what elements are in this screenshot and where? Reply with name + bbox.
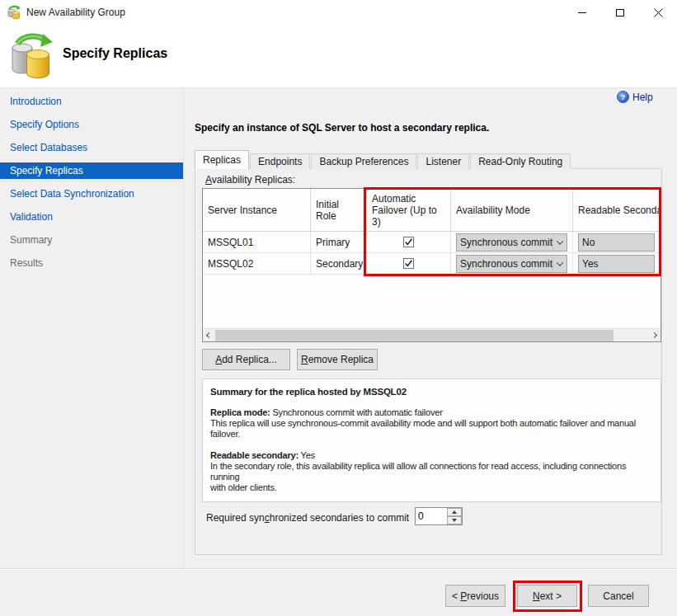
sidebar-item-specify-replicas[interactable]: Specify Replicas [0,162,183,179]
replica-summary-box: Summary for the replica hosted by MSSQL0… [202,379,661,502]
readable-secondary-dropdown[interactable]: Yes [578,255,655,273]
checkmark-icon [404,237,413,247]
tab-backup-preferences[interactable]: Backup Preferences [311,153,416,169]
window-title: New Availability Group [26,7,125,18]
scrollbar-thumb[interactable] [215,330,614,341]
replica-databases-icon [8,31,54,79]
sidebar-item-results: Results [0,255,183,271]
scroll-right-button[interactable] [648,329,661,342]
sidebar-item-specify-options[interactable]: Specify Options [0,116,183,133]
cancel-button[interactable]: Cancel [588,585,649,607]
tab-read-only-routing[interactable]: Read-Only Routing [470,153,571,169]
chevron-left-icon [206,332,212,338]
help-icon: ? [617,91,629,103]
required-secondaries-label: Required synchronized secondaries to com… [206,512,409,524]
readable-secondary-dropdown[interactable]: No [578,233,655,252]
sidebar-item-summary: Summary [0,232,183,248]
minimize-icon [578,12,586,13]
replica-mode-desc: failover. [210,429,653,440]
initial-role-cell: Primary [311,232,367,253]
automatic-failover-checkbox[interactable] [403,237,414,247]
availability-mode-dropdown[interactable]: Synchronous commit [456,233,567,252]
remove-replica-button[interactable]: Remove Replica [297,349,378,370]
automatic-failover-checkbox[interactable] [403,258,414,269]
app-icon [7,5,21,20]
help-label: Help [632,92,653,103]
chevron-right-icon [651,332,657,338]
previous-button[interactable]: < Previous [445,585,505,607]
column-header-availability-mode: Availability Mode [451,189,573,232]
initial-role-cell: Secondary [311,253,367,275]
page-title: Specify Replicas [63,46,167,61]
sidebar-item-select-data-synchronization[interactable]: Select Data Synchronization [0,186,183,202]
tab-endpoints[interactable]: Endpoints [250,153,310,169]
availability-mode-cell: Synchronous commit [451,253,573,275]
replica-mode-line: Replica mode: Synchronous commit with au… [210,407,653,418]
availability-replicas-grid: Server Instance Initial Role Automatic F… [202,188,661,342]
scroll-left-button[interactable] [203,329,215,342]
horizontal-scrollbar[interactable] [203,328,661,341]
svg-text:?: ? [621,92,626,101]
column-header-automatic-failover: Automatic Failover (Up to 3) [367,189,451,232]
spinner-up-button[interactable] [447,508,462,516]
readable-secondary-cell: Yes [573,253,661,275]
tab-strip: Replicas Endpoints Backup Preferences Li… [195,150,571,169]
replicas-tab-page: Availability Replicas: Server Instance I… [195,168,662,555]
maximize-icon [616,9,624,16]
readable-secondary-line: Readable secondary: Yes [210,450,653,461]
replica-mode-desc: This replica will use synchronous-commit… [210,418,653,429]
availability-mode-dropdown[interactable]: Synchronous commit [456,255,567,273]
server-instance-cell: MSSQL02 [203,253,311,275]
sidebar-item-validation[interactable]: Validation [0,209,183,225]
instruction-text: Specify an instance of SQL Server to hos… [195,122,489,134]
help-link[interactable]: ? Help [617,91,653,103]
chevron-down-icon [552,256,567,272]
add-replica-button[interactable]: Add Replica... [202,349,290,370]
automatic-failover-cell [367,232,451,253]
readable-secondary-desc: In the secondary role, this availability… [210,461,653,482]
triangle-down-icon [452,519,457,522]
column-header-readable-secondary: Readable Secondary [573,189,661,232]
grid-header-row: Server Instance Initial Role Automatic F… [203,189,661,232]
replica-row-mssql02[interactable]: MSSQL02 Secondary Synchronous commit Yes [203,253,661,275]
automatic-failover-cell [367,253,451,275]
availability-mode-cell: Synchronous commit [451,232,573,253]
wizard-header: Specify Replicas [0,25,677,88]
tab-listener[interactable]: Listener [417,153,469,169]
column-header-initial-role: Initial Role [311,189,367,232]
readable-secondary-desc: with older clients. [210,482,653,493]
required-secondaries-spinner [415,507,463,525]
column-header-server-instance: Server Instance [203,189,311,232]
new-availability-group-window: { "window": { "title": "New Availability… [0,0,677,616]
summary-title: Summary for the replica hosted by MSSQL0… [210,387,653,397]
minimize-button[interactable] [563,0,601,25]
title-bar: New Availability Group [0,0,677,25]
close-button[interactable] [639,0,677,25]
spinner-down-button[interactable] [447,516,462,524]
close-icon [654,8,663,17]
window-controls [563,0,677,25]
next-button[interactable]: Next > [517,585,577,607]
tab-replicas[interactable]: Replicas [195,150,249,169]
readable-secondary-cell: No [573,232,661,253]
replica-row-mssql01[interactable]: MSSQL01 Primary Synchronous commit No [203,232,661,253]
wizard-steps-sidebar: Introduction Specify Options Select Data… [0,88,184,568]
sidebar-item-select-databases[interactable]: Select Databases [0,139,183,156]
checkmark-icon [404,259,413,268]
required-secondaries-input[interactable] [416,508,445,524]
chevron-down-icon [552,234,567,251]
wizard-button-bar: < Previous Next > Cancel [0,568,677,616]
sidebar-item-introduction[interactable]: Introduction [0,93,183,110]
availability-replicas-label: Availability Replicas: [205,174,295,186]
server-instance-cell: MSSQL01 [203,232,311,253]
triangle-up-icon [452,510,457,514]
maximize-button[interactable] [601,0,639,25]
